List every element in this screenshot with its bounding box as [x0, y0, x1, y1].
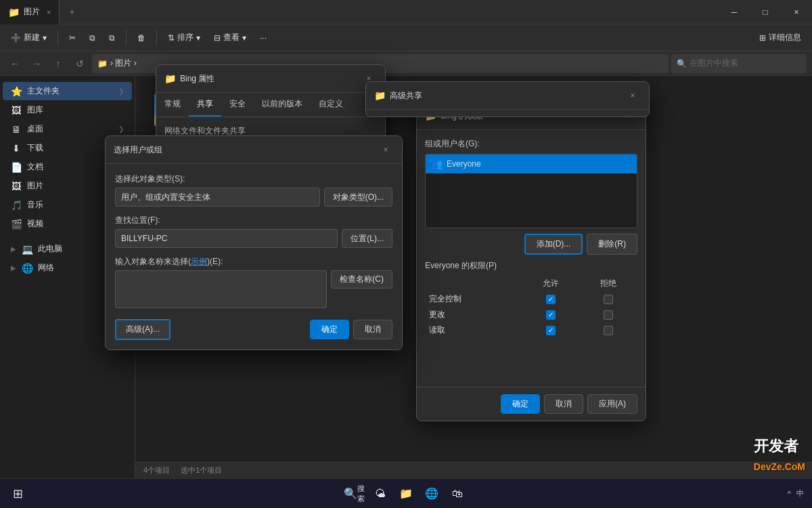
- select-user-titlebar: 选择用户或组 ×: [106, 136, 402, 164]
- details-button[interactable]: ⊞ 详细信息: [754, 29, 807, 46]
- tab-share[interactable]: 共享: [189, 93, 221, 117]
- advanced-share-dialog: 📁 高级共享 ×: [365, 81, 650, 117]
- permissions-cancel[interactable]: 取消: [544, 394, 583, 414]
- taskbar-lang: 中: [796, 488, 804, 499]
- sidebar-item-documents-label: 文档: [27, 161, 43, 173]
- back-button[interactable]: ←: [5, 54, 24, 73]
- perm-row-full-allow: ✓: [522, 291, 580, 307]
- add-user-button[interactable]: 添加(D)...: [524, 234, 583, 255]
- folder-icon: 📁: [97, 59, 108, 68]
- perm-row-read-label: 读取: [425, 322, 522, 338]
- remove-user-button[interactable]: 删除(R): [587, 234, 637, 255]
- checkbox-read-deny[interactable]: [604, 326, 613, 335]
- expand-thispc-icon: ▶: [11, 245, 16, 253]
- location-button[interactable]: 位置(L)...: [342, 229, 392, 248]
- bing-properties-titlebar: 📁 Bing 属性 ×: [156, 65, 385, 93]
- new-button[interactable]: ➕ 新建 ▾: [5, 29, 52, 46]
- minimize-button[interactable]: ─: [719, 0, 750, 24]
- new-dropdown-icon: ▾: [43, 33, 47, 43]
- sidebar-item-videos-label: 视频: [27, 218, 43, 230]
- perm-row-modify: 更改 ✓: [425, 307, 637, 322]
- sidebar-item-gallery[interactable]: 🖼 图库: [3, 101, 132, 119]
- taskbar: ⊞ 🔍 搜索 🌤 📁 🌐 🛍 ^ 中: [0, 478, 812, 508]
- location-label: 查找位置(F):: [115, 215, 392, 226]
- maximize-button[interactable]: □: [750, 0, 781, 24]
- new-icon: ➕: [11, 33, 21, 43]
- cut-button[interactable]: ✂: [64, 30, 81, 45]
- perm-row-full-label: 完全控制: [425, 291, 522, 307]
- sidebar-item-music-label: 音乐: [27, 199, 43, 211]
- copy-button[interactable]: ⧉: [84, 30, 101, 45]
- explorer-tab-pictures[interactable]: 📁 图片 ×: [0, 0, 60, 24]
- taskbar-edge[interactable]: 🌐: [421, 483, 443, 505]
- checkbox-modify-allow[interactable]: ✓: [546, 310, 556, 320]
- pictures-icon: 🖼: [11, 181, 22, 192]
- checkbox-modify-deny[interactable]: [604, 310, 613, 320]
- taskbar-center: 🔍 搜索 🌤 📁 🌐 🛍: [344, 483, 468, 505]
- permissions-apply[interactable]: 应用(A): [587, 394, 637, 414]
- advanced-button[interactable]: 高级(A)...: [115, 319, 171, 340]
- start-button[interactable]: ⊞: [5, 482, 30, 506]
- group-label: 组或用户名(G):: [425, 138, 637, 150]
- more-button[interactable]: ···: [254, 30, 272, 45]
- delete-button[interactable]: 🗑: [132, 30, 151, 45]
- taskbar-search[interactable]: 🔍 搜索: [344, 483, 365, 505]
- tab-close-btn[interactable]: ×: [47, 8, 51, 16]
- permissions-footer: 确定 取消 应用(A): [417, 387, 646, 421]
- permissions-dialog: 📁 Bing 的权限 × 组或用户名(G): 👥 Everyone 添加(D).…: [416, 102, 646, 421]
- paste-button[interactable]: ⧉: [104, 30, 120, 45]
- object-type-button[interactable]: 对象类型(O)...: [324, 188, 392, 207]
- tab-previous[interactable]: 以前的版本: [254, 93, 311, 117]
- sidebar-item-downloads-label: 下载: [27, 142, 43, 154]
- sort-button[interactable]: ⇅ 排序 ▾: [162, 29, 206, 46]
- home-icon: ⭐: [11, 86, 22, 97]
- perm-row-read-deny: [579, 322, 637, 338]
- taskbar-store[interactable]: 🛍: [447, 483, 468, 505]
- view-button[interactable]: ⊟ 查看 ▾: [208, 29, 252, 46]
- permissions-ok[interactable]: 确定: [501, 394, 540, 414]
- user-list: 👥 Everyone: [425, 154, 637, 228]
- perm-col-name: [425, 276, 522, 291]
- search-bar[interactable]: 🔍 在图片中搜索: [671, 54, 807, 73]
- everyone-label: Everyone: [447, 159, 481, 169]
- advanced-share-close[interactable]: ×: [625, 87, 641, 104]
- bing-properties-title: 📁 Bing 属性: [164, 73, 215, 85]
- example-link[interactable]: 示例: [191, 257, 207, 266]
- search-icon-nav: 🔍: [677, 59, 687, 68]
- window-close-button[interactable]: ×: [781, 0, 812, 24]
- perm-row-full-deny: [579, 291, 637, 307]
- location-input: BILLYFU-PC: [115, 229, 338, 248]
- object-type-label: 选择此对象类型(S):: [115, 173, 392, 185]
- checkbox-full-deny[interactable]: [604, 295, 613, 304]
- explorer-titlebar: 📁 图片 × + ─ □ ×: [0, 0, 812, 24]
- status-count: 4个项目: [143, 465, 170, 475]
- select-user-cancel[interactable]: 取消: [353, 320, 392, 339]
- tab-general[interactable]: 常规: [156, 93, 189, 117]
- up-button[interactable]: ↑: [49, 54, 68, 73]
- new-tab-button[interactable]: +: [60, 0, 84, 24]
- user-list-item-everyone[interactable]: 👥 Everyone: [426, 154, 637, 173]
- advanced-share-icon: 📁: [374, 90, 386, 101]
- sort-icon: ⇅: [168, 33, 175, 43]
- object-type-row: 选择此对象类型(S): 用户、组或内置安全主体 对象类型(O)...: [115, 173, 392, 207]
- taskbar-explorer[interactable]: 📁: [395, 483, 417, 505]
- select-user-ok[interactable]: 确定: [310, 320, 349, 339]
- select-user-close[interactable]: ×: [378, 142, 394, 158]
- permissions-body: 组或用户名(G): 👥 Everyone 添加(D)... 删除(R) Ever…: [417, 130, 646, 387]
- taskbar-widget[interactable]: 🌤: [369, 483, 391, 505]
- toolbar-divider-3: [156, 30, 157, 46]
- forward-button[interactable]: →: [27, 54, 46, 73]
- taskbar-search-icon: 🔍: [344, 487, 357, 500]
- perm-row-modify-allow: ✓: [522, 307, 580, 322]
- perm-row-full: 完全控制 ✓: [425, 291, 637, 307]
- sidebar-item-home[interactable]: ⭐ 主文件夹 ❯: [3, 82, 132, 100]
- tab-customize[interactable]: 自定义: [311, 93, 351, 117]
- advanced-share-titlebar: 📁 高级共享 ×: [366, 82, 649, 110]
- check-names-button[interactable]: 检查名称(C): [331, 270, 392, 289]
- checkbox-full-allow[interactable]: ✓: [546, 295, 556, 304]
- tab-security[interactable]: 安全: [221, 93, 254, 117]
- refresh-button[interactable]: ↺: [70, 54, 89, 73]
- checkbox-read-allow[interactable]: ✓: [546, 326, 556, 335]
- sidebar-item-gallery-label: 图库: [27, 104, 43, 116]
- enter-name-textarea[interactable]: [115, 270, 327, 308]
